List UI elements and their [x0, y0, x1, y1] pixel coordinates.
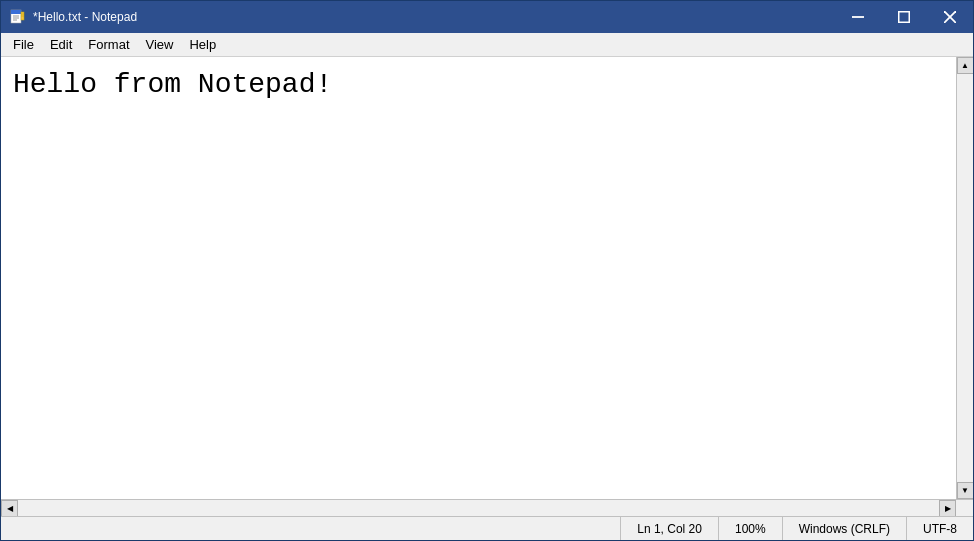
scroll-track-v[interactable] — [957, 74, 973, 482]
svg-rect-1 — [11, 10, 21, 14]
menu-bar: File Edit Format View Help — [1, 33, 973, 57]
editor-container: Hello from Notepad! ▲ ▼ — [1, 57, 973, 499]
app-window: *Hello.txt - Notepad File E — [0, 0, 974, 541]
maximize-button[interactable] — [881, 1, 927, 33]
status-bar: Ln 1, Col 20 100% Windows (CRLF) UTF-8 — [1, 516, 973, 540]
scrollbar-corner — [956, 500, 973, 517]
encoding: UTF-8 — [906, 517, 973, 540]
vertical-scrollbar[interactable]: ▲ ▼ — [956, 57, 973, 499]
scroll-track-h[interactable] — [18, 500, 939, 516]
horizontal-scrollbar-container: ◀ ▶ — [1, 499, 973, 516]
scroll-right-button[interactable]: ▶ — [939, 500, 956, 517]
menu-format[interactable]: Format — [80, 33, 137, 56]
title-bar: *Hello.txt - Notepad — [1, 1, 973, 33]
window-title: *Hello.txt - Notepad — [33, 10, 137, 24]
scroll-down-button[interactable]: ▼ — [957, 482, 974, 499]
menu-view[interactable]: View — [138, 33, 182, 56]
menu-file[interactable]: File — [5, 33, 42, 56]
menu-edit[interactable]: Edit — [42, 33, 80, 56]
text-editor[interactable]: Hello from Notepad! — [1, 57, 956, 499]
close-button[interactable] — [927, 1, 973, 33]
scroll-up-button[interactable]: ▲ — [957, 57, 974, 74]
cursor-position: Ln 1, Col 20 — [620, 517, 718, 540]
window-controls — [835, 1, 973, 33]
svg-rect-9 — [899, 12, 910, 23]
scroll-left-button[interactable]: ◀ — [1, 500, 18, 517]
notepad-icon — [9, 9, 25, 25]
minimize-button[interactable] — [835, 1, 881, 33]
zoom-level: 100% — [718, 517, 782, 540]
menu-help[interactable]: Help — [181, 33, 224, 56]
title-bar-left: *Hello.txt - Notepad — [9, 9, 137, 25]
line-ending: Windows (CRLF) — [782, 517, 906, 540]
